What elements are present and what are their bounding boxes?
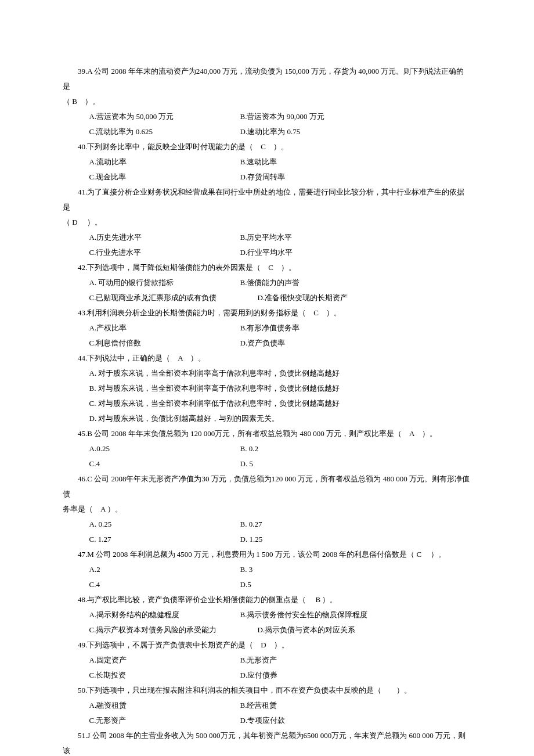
- q40-opt-d: D.存货周转率: [240, 170, 391, 185]
- q45-opt-c: C.4: [89, 456, 240, 471]
- q40-opt-a: A.流动比率: [89, 154, 240, 170]
- q49-opt-d: D.应付债券: [240, 668, 391, 683]
- q48-opt-c: C.揭示产权资本对债务风险的承受能力: [89, 622, 258, 638]
- q43-opt-b: B.有形净值债务率: [240, 321, 391, 336]
- q46-opt-d: D. 1.25: [240, 532, 391, 547]
- question-41-stem-1: 41.为了直接分析企业财务状况和经营成果在同行业中所处的地位，需要进行同业比较分…: [63, 185, 471, 215]
- q42-opt-a: A. 可动用的银行贷款指标: [89, 275, 240, 290]
- question-43-stem: 43.利用利润表分析企业的长期偿债能力时，需要用到的财务指标是（ C ）。: [63, 305, 471, 321]
- q41-opt-a: A.历史先进水平: [89, 230, 240, 245]
- q42-opt-d: D.准备很快变现的长期资产: [258, 290, 409, 305]
- q39-opt-b: B.营运资本为 90,000 万元: [240, 109, 391, 124]
- q41-opt-c: C.行业先进水平: [89, 245, 240, 260]
- q41-opt-d: D.行业平均水平: [240, 245, 391, 260]
- q42-opt-c: C.已贴现商业承兑汇票形成的或有负债: [89, 290, 258, 305]
- q39-opt-c: C.流动比率为 0.625: [89, 124, 240, 139]
- q50-opt-a: A.融资租赁: [89, 698, 240, 713]
- q47-opt-a: A.2: [89, 562, 240, 577]
- question-50-stem: 50.下列选项中，只出现在报表附注和利润表的相关项目中，而不在资产负债表中反映的…: [63, 683, 471, 698]
- document-page: 39.A 公司 2008 年年末的流动资产为240,000 万元，流动负债为 1…: [0, 0, 534, 756]
- q43-opt-d: D.资产负债率: [240, 336, 391, 351]
- q50-opt-c: C.无形资产: [89, 713, 240, 728]
- q47-opt-b: B. 3: [240, 562, 391, 577]
- q43-opt-c: C.利息偿付倍数: [89, 336, 240, 351]
- question-39-stem-1: 39.A 公司 2008 年年末的流动资产为240,000 万元，流动负债为 1…: [63, 64, 471, 94]
- q48-opt-b: B.揭示债务偿付安全性的物质保障程度: [240, 607, 391, 622]
- q40-opt-b: B.速动比率: [240, 154, 391, 170]
- question-48-stem: 48.与产权比率比较，资产负债率评价企业长期偿债能力的侧重点是（ B ）。: [63, 592, 471, 607]
- q43-opt-a: A.产权比率: [89, 321, 240, 336]
- question-44-stem: 44.下列说法中，正确的是（ A ）。: [63, 351, 471, 366]
- q48-opt-d: D.揭示负债与资本的对应关系: [258, 622, 409, 638]
- question-42-stem: 42.下列选项中，属于降低短期偿债能力的表外因素是（ C ）。: [63, 260, 471, 275]
- q44-opt-b: B. 对与股东来说，当全部资本利润率高于借款利息率时，负债比例越低越好: [89, 381, 472, 396]
- q45-opt-b: B. 0.2: [240, 441, 391, 456]
- question-45-stem: 45.B 公司 2008 年年末负债总额为 120 000万元，所有者权益总额为…: [63, 426, 471, 441]
- q44-opt-d: D. 对与股东来说，负债比例越高越好，与别的因素无关。: [89, 411, 472, 426]
- q46-opt-a: A. 0.25: [89, 517, 240, 532]
- q49-opt-a: A.固定资产: [89, 653, 240, 668]
- q41-opt-b: B.历史平均水平: [240, 230, 391, 245]
- q49-opt-b: B.无形资产: [240, 653, 391, 668]
- q46-opt-c: C. 1.27: [89, 532, 240, 547]
- q47-opt-d: D.5: [240, 577, 391, 592]
- q50-opt-d: D.专项应付款: [240, 713, 391, 728]
- q39-opt-d: D.速动比率为 0.75: [240, 124, 391, 139]
- q45-opt-a: A.0.25: [89, 441, 240, 456]
- q44-opt-c: C. 对与股东来说，当全部资本利润率低于借款利息率时，负债比例越高越好: [89, 396, 472, 411]
- q45-opt-d: D. 5: [240, 456, 391, 471]
- q47-opt-c: C.4: [89, 577, 240, 592]
- q39-opt-a: A.营运资本为 50,000 万元: [89, 109, 240, 124]
- question-41-stem-2: （ D ）。: [63, 215, 471, 230]
- q40-opt-c: C.现金比率: [89, 170, 240, 185]
- question-39-stem-2: （ B ）。: [63, 94, 471, 109]
- q50-opt-b: B.经营租赁: [240, 698, 391, 713]
- q46-opt-b: B. 0.27: [240, 517, 391, 532]
- q44-opt-a: A. 对于股东来说，当全部资本利润率高于借款利息率时，负债比例越高越好: [89, 366, 472, 381]
- question-40-stem: 40.下列财务比率中，能反映企业即时付现能力的是（ C ）。: [63, 139, 471, 154]
- q42-opt-b: B.偿债能力的声誉: [240, 275, 391, 290]
- question-46-stem-2: 务率是（ A ）。: [63, 502, 471, 517]
- q49-opt-c: C.长期投资: [89, 668, 240, 683]
- q48-opt-a: A.揭示财务结构的稳健程度: [89, 607, 240, 622]
- question-51-stem-1: 51.J 公司 2008 年的主营业务收入为 500 000万元，其年初资产总额…: [63, 728, 471, 756]
- question-49-stem: 49.下列选项中，不属于资产负债表中长期资产的是（ D ）。: [63, 638, 471, 653]
- question-47-stem: 47.M 公司 2008 年利润总额为 4500 万元，利息费用为 1 500 …: [63, 547, 471, 562]
- question-46-stem-1: 46.C 公司 2008年年末无形资产净值为30 万元，负债总额为120 000…: [63, 471, 471, 502]
